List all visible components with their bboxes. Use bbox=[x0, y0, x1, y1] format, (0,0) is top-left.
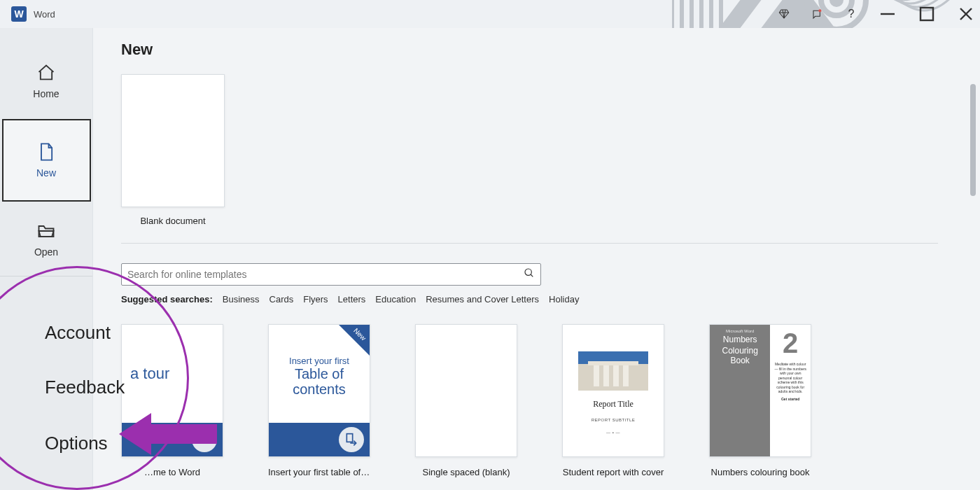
svg-rect-24 bbox=[588, 361, 638, 365]
suggested-lead: Suggested searches: bbox=[121, 294, 213, 304]
thumb-text: contents bbox=[279, 382, 360, 397]
report-cover-image bbox=[578, 351, 648, 391]
template-thumbnail: Report Title Report subtitle — • — bbox=[562, 324, 664, 457]
close-button[interactable] bbox=[956, 4, 976, 24]
thumb-text: Report Title bbox=[593, 399, 634, 410]
svg-rect-27 bbox=[613, 365, 619, 386]
premium-diamond-icon[interactable] bbox=[777, 7, 791, 21]
suggested-link[interactable]: Holiday bbox=[549, 294, 579, 304]
word-app-icon: W bbox=[11, 6, 27, 22]
window-buttons: ? bbox=[777, 0, 976, 28]
sidebar-item-open[interactable]: Open bbox=[0, 211, 92, 267]
template-single-spaced[interactable]: Single spaced (blank) bbox=[415, 324, 517, 477]
template-student-report[interactable]: Report Title Report subtitle — • — Stude… bbox=[562, 324, 664, 477]
main-panel: New Blank document Suggested searches: B… bbox=[93, 28, 980, 490]
title-bar: W Word bbox=[0, 0, 980, 28]
thumb-text: Insert your first bbox=[279, 356, 360, 366]
sidebar-item-label: Open bbox=[34, 246, 58, 258]
arrow-right-icon bbox=[192, 427, 217, 452]
template-caption: …me to Word bbox=[121, 467, 223, 477]
help-icon[interactable]: ? bbox=[844, 7, 858, 21]
svg-rect-20 bbox=[346, 434, 352, 442]
sidebar-item-label: Home bbox=[33, 88, 59, 99]
minimize-button[interactable] bbox=[878, 4, 897, 24]
template-search[interactable] bbox=[121, 263, 541, 286]
template-thumbnail: New Insert your first Table of contents bbox=[268, 324, 370, 457]
sidebar-divider bbox=[0, 276, 92, 276]
thumb-text: Table of bbox=[279, 366, 360, 382]
suggested-link[interactable]: Letters bbox=[338, 294, 366, 304]
backstage-sidebar: Home New Open bbox=[0, 28, 93, 490]
page-arrow-icon bbox=[339, 427, 364, 452]
section-divider bbox=[121, 243, 938, 244]
template-table-of-contents[interactable]: New Insert your first Table of contents … bbox=[268, 324, 370, 477]
home-icon bbox=[36, 63, 56, 83]
svg-point-17 bbox=[525, 269, 531, 275]
coming-soon-icon[interactable] bbox=[811, 7, 825, 21]
sidebar-item-home[interactable]: Home bbox=[0, 53, 92, 109]
search-icon[interactable] bbox=[524, 267, 535, 281]
template-caption: Blank document bbox=[121, 216, 225, 226]
template-search-input[interactable] bbox=[127, 269, 524, 280]
suggested-link[interactable]: Cards bbox=[270, 294, 294, 304]
thumb-text: Colouring Book bbox=[714, 346, 766, 365]
thumb-text: Get started bbox=[773, 397, 808, 402]
svg-rect-28 bbox=[623, 365, 629, 386]
new-document-icon bbox=[36, 142, 56, 162]
template-caption: Student report with cover bbox=[562, 467, 664, 477]
template-thumbnail: Microsoft Word Numbers Colouring Book 2 … bbox=[709, 324, 811, 457]
template-gallery: a tour …me to Word New Insert your first bbox=[121, 324, 980, 477]
template-caption: Single spaced (blank) bbox=[415, 467, 517, 477]
sidebar-item-new[interactable]: New bbox=[2, 119, 91, 202]
thumb-text: Report subtitle bbox=[592, 418, 636, 422]
thumb-text: Numbers bbox=[714, 335, 766, 344]
thumb-text: — • — bbox=[606, 430, 620, 435]
scrollbar-thumb[interactable] bbox=[970, 84, 976, 196]
template-thumbnail: a tour bbox=[121, 324, 223, 457]
thumb-text: 2 bbox=[773, 328, 808, 359]
template-blank-document[interactable]: Blank document bbox=[121, 74, 225, 226]
page-title: New bbox=[121, 41, 980, 59]
main-scrollbar[interactable] bbox=[970, 84, 976, 490]
thumb-text: a tour bbox=[130, 365, 169, 383]
svg-line-18 bbox=[531, 274, 533, 276]
suggested-link[interactable]: Business bbox=[223, 294, 260, 304]
open-folder-icon bbox=[36, 221, 56, 241]
template-caption: Numbers colouring book bbox=[709, 467, 811, 477]
suggested-link[interactable]: Education bbox=[375, 294, 416, 304]
suggested-link[interactable]: Resumes and Cover Letters bbox=[426, 294, 539, 304]
suggested-searches: Suggested searches: Business Cards Flyer… bbox=[121, 294, 980, 304]
template-thumbnail bbox=[415, 324, 517, 457]
template-caption: Insert your first table of c… bbox=[268, 467, 370, 477]
sidebar-item-label: New bbox=[36, 167, 56, 178]
app-title: Word bbox=[34, 9, 55, 20]
maximize-button[interactable] bbox=[917, 4, 937, 24]
thumb-text: Meditate with colour — fill in the numbe… bbox=[773, 362, 808, 394]
svg-rect-25 bbox=[594, 365, 599, 386]
svg-rect-14 bbox=[920, 8, 933, 20]
blank-document-thumbnail bbox=[121, 74, 225, 207]
suggested-link[interactable]: Flyers bbox=[303, 294, 328, 304]
svg-rect-26 bbox=[603, 365, 609, 386]
svg-point-12 bbox=[818, 9, 821, 12]
thumb-text: Microsoft Word bbox=[714, 329, 766, 333]
template-colouring-book[interactable]: Microsoft Word Numbers Colouring Book 2 … bbox=[709, 324, 811, 477]
template-welcome-tour[interactable]: a tour …me to Word bbox=[121, 324, 223, 477]
